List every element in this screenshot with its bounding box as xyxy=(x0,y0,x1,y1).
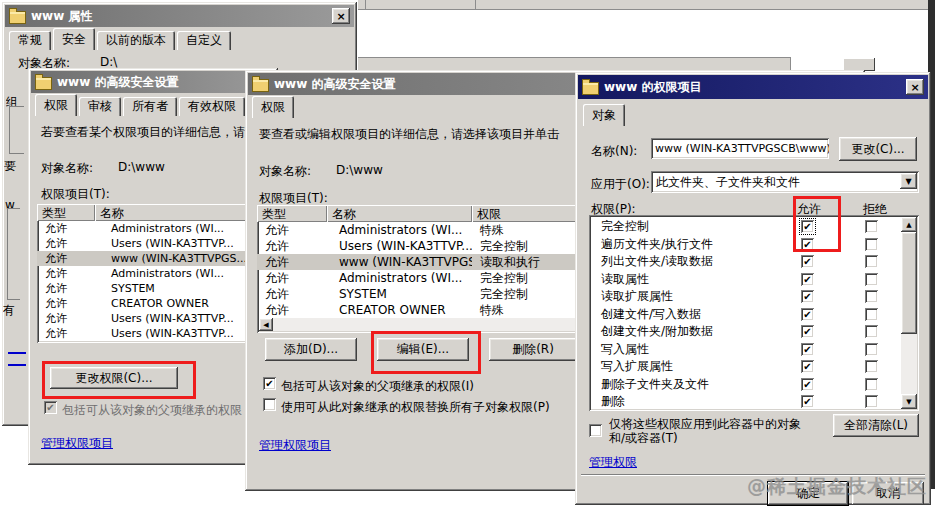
permission-row: 写入属性✔ xyxy=(589,341,919,359)
ok-button[interactable]: 确定 xyxy=(768,482,848,505)
description-text: 要查看或编辑权限项目的详细信息，请选择该项目并单击 xyxy=(259,126,559,143)
dialog-title: www 的高级安全设置 xyxy=(274,76,395,93)
tab-permissions[interactable]: 权限 xyxy=(35,94,77,116)
entry-type: 允许 xyxy=(257,302,327,318)
scrollbar-thumb[interactable] xyxy=(901,232,917,334)
entry-type: 允许 xyxy=(257,254,327,270)
titlebar[interactable]: www 的高级安全设置 xyxy=(31,71,275,93)
name-label: 名称(N): xyxy=(591,143,637,160)
object-name-value: D:\www xyxy=(336,163,383,177)
deny-checkbox[interactable] xyxy=(865,395,878,408)
tab-strip: 权限 xyxy=(252,96,296,118)
entry-permission: 特殊 xyxy=(472,302,504,318)
tab-auditing[interactable]: 审核 xyxy=(79,97,121,116)
entry-name: CREATOR OWNER xyxy=(327,302,472,318)
replace-checkbox-label: 使用可从此对象继承的权限替换所有子对象权限(P) xyxy=(281,399,550,416)
titlebar[interactable]: www 属性 × xyxy=(5,5,354,27)
apply-to-container-checkbox[interactable] xyxy=(589,424,602,437)
deny-checkbox[interactable] xyxy=(865,290,878,303)
edit-button[interactable]: 编辑(E)... xyxy=(377,338,469,361)
tab-object[interactable]: 对象 xyxy=(583,104,625,126)
deny-checkbox[interactable] xyxy=(865,308,878,321)
entry-type: 允许 xyxy=(257,286,327,302)
deny-checkbox[interactable] xyxy=(865,325,878,338)
deny-checkbox[interactable] xyxy=(865,360,878,373)
permission-entry-row[interactable]: 允许CREATOR OWNER xyxy=(37,296,273,311)
allow-checkbox[interactable]: ✔ xyxy=(801,273,814,286)
manage-permission-entries-link[interactable]: 管理权限项目 xyxy=(259,437,331,454)
permission-row: 遍历文件夹/执行文件✔ xyxy=(589,236,919,254)
allow-checkbox[interactable]: ✔ xyxy=(801,325,814,338)
permission-entry-row[interactable]: 允许SYSTEM xyxy=(37,281,273,296)
permission-row: 删除✔ xyxy=(589,393,919,411)
permission-entry-row[interactable]: 允许www (WIN-KA3TTVPGS... xyxy=(37,251,273,266)
permission-entry-row[interactable]: 允许Users (WIN-KA3TTVP... xyxy=(37,311,273,326)
apply-to-label: 应用于(O): xyxy=(591,176,650,193)
replace-checkbox[interactable] xyxy=(263,398,276,411)
deny-checkbox[interactable] xyxy=(865,220,878,233)
inherit-checkbox[interactable]: ✔ xyxy=(44,401,57,414)
deny-checkbox[interactable] xyxy=(865,238,878,251)
inherit-checkbox[interactable]: ✔ xyxy=(263,377,276,390)
permission-entry-row[interactable]: 允许Administrators (WI... xyxy=(37,221,273,236)
tab-strip: 常规 安全 以前的版本 自定义 xyxy=(9,28,233,50)
scroll-up-icon[interactable]: ▲ xyxy=(901,217,917,232)
permission-row: 读取属性✔ xyxy=(589,271,919,289)
scroll-down-icon[interactable]: ▼ xyxy=(901,394,917,409)
chevron-down-icon[interactable]: ▼ xyxy=(900,173,917,189)
tab-previous-versions[interactable]: 以前的版本 xyxy=(97,31,175,50)
column-header-type[interactable]: 类型 xyxy=(37,204,95,221)
manage-permission-entries-link[interactable]: 管理权限项目 xyxy=(41,435,113,452)
allow-checkbox[interactable]: ✔ xyxy=(801,343,814,356)
adv1-row-container: 允许Administrators (WI...允许Users (WIN-KA3T… xyxy=(37,221,273,341)
change-button[interactable]: 更改(C)... xyxy=(839,137,917,161)
entry-type: 允许 xyxy=(257,222,327,238)
change-permissions-button[interactable]: 更改权限(C)... xyxy=(50,367,178,389)
permission-label: 创建文件夹/附加数据 xyxy=(589,323,801,340)
deny-checkbox[interactable] xyxy=(865,378,878,391)
tab-owner[interactable]: 所有者 xyxy=(123,97,177,116)
column-header-name[interactable]: 名称 xyxy=(327,205,472,222)
deny-checkbox[interactable] xyxy=(865,343,878,356)
add-button[interactable]: 添加(D)... xyxy=(265,338,357,361)
tab-security[interactable]: 安全 xyxy=(53,28,95,50)
entry-permission: 读取和执行 xyxy=(472,254,540,270)
allow-checkbox[interactable]: ✔ xyxy=(801,395,814,408)
allow-checkbox[interactable]: ✔ xyxy=(801,360,814,373)
allow-checkbox[interactable]: ✔ xyxy=(801,220,814,233)
tab-customize[interactable]: 自定义 xyxy=(177,31,231,50)
close-icon[interactable]: × xyxy=(906,79,924,95)
dialog-title: www 属性 xyxy=(31,8,92,25)
permission-entry-row[interactable]: 允许Administrators (WI... xyxy=(37,266,273,281)
tab-general[interactable]: 常规 xyxy=(9,31,51,50)
folder-icon xyxy=(582,82,599,95)
deny-checkbox[interactable] xyxy=(865,255,878,268)
clear-all-button[interactable]: 全部清除(L) xyxy=(833,414,919,437)
allow-checkbox[interactable]: ✔ xyxy=(801,255,814,268)
entry-type: 允许 xyxy=(257,270,327,286)
permission-label: 删除 xyxy=(589,393,801,410)
clipped-listbox-fragment xyxy=(7,208,20,300)
tab-permissions[interactable]: 权限 xyxy=(252,96,294,118)
tab-effective-permissions[interactable]: 有效权限 xyxy=(179,97,245,116)
titlebar[interactable]: www 的权限项目 × xyxy=(578,75,928,99)
allow-checkbox[interactable]: ✔ xyxy=(801,290,814,303)
allow-checkbox[interactable]: ✔ xyxy=(801,308,814,321)
entry-name: Users (WIN-KA3TTVP... xyxy=(95,326,234,341)
permission-row: 写入扩展属性✔ xyxy=(589,358,919,376)
scroll-left-icon[interactable]: ◀ xyxy=(259,318,273,331)
entry-name: CREATOR OWNER xyxy=(95,296,209,311)
close-icon[interactable]: × xyxy=(332,8,350,24)
entry-permission: 完全控制 xyxy=(472,286,528,302)
allow-checkbox[interactable]: ✔ xyxy=(801,378,814,391)
column-header-type[interactable]: 类型 xyxy=(257,205,327,222)
allow-checkbox[interactable]: ✔ xyxy=(801,238,814,251)
remove-button[interactable]: 删除(R) xyxy=(489,338,577,361)
permission-entries-label: 权限项目(T): xyxy=(41,186,110,203)
apply-to-dropdown[interactable]: 此文件夹、子文件夹和文件 ▼ xyxy=(651,171,919,193)
cancel-button[interactable]: 取消 xyxy=(852,482,924,505)
manage-permissions-link[interactable]: 管理权限 xyxy=(589,454,637,471)
deny-checkbox[interactable] xyxy=(865,273,878,286)
permission-entry-row[interactable]: 允许Users (WIN-KA3TTVP... xyxy=(37,326,273,341)
permission-entry-row[interactable]: 允许Users (WIN-KA3TTVP... xyxy=(37,236,273,251)
